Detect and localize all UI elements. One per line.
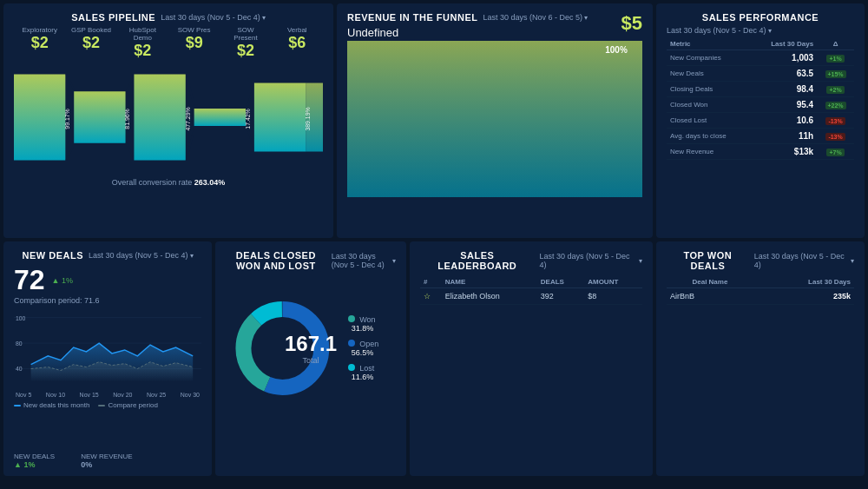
new-deals-title: NEW DEALS (22, 250, 83, 261)
svg-text:100%: 100% (605, 45, 628, 55)
legend-open: Open 56.5% (348, 340, 396, 357)
lb-amount: $8 (584, 288, 642, 305)
legend-dot-grey (98, 405, 105, 406)
stage-exploratory: Exploratory $2 (19, 26, 61, 60)
legend-color-won (348, 315, 355, 322)
topwon-deal-value: 235k (753, 288, 854, 305)
perf-metric: Closed Won (667, 97, 751, 113)
new-deals-chart: 100 80 40 (14, 308, 201, 387)
closed-date-range[interactable]: Last 30 days (Nov 5 - Dec 4) (332, 252, 396, 269)
deals-closed-card: DEALS CLOSED WON AND LOST Last 30 days (… (215, 241, 406, 476)
perf-delta: +2% (817, 82, 854, 97)
revenue-amount: $5 (621, 12, 642, 35)
top-won-deals-card: TOP WON DEALS Last 30 days (Nov 5 - Dec … (656, 241, 865, 476)
legend-compare: Compare period (98, 401, 157, 409)
donut-center: 167.1 Total (285, 332, 337, 365)
svg-text:389.19%: 389.19% (305, 107, 311, 130)
perf-metric: Closing Deals (667, 82, 751, 97)
sales-performance-card: SALES PERFORMANCE Last 30 days (Nov 5 - … (656, 3, 865, 238)
topwon-title: TOP WON DEALS (667, 250, 749, 271)
perf-row: New Companies 1,003 +1% (667, 50, 854, 66)
topwon-deal-name: AirBnB (667, 288, 753, 305)
perf-metric: New Revenue (667, 144, 751, 160)
lb-col-name: NAME (442, 276, 537, 288)
perf-value: 11h (751, 129, 817, 144)
pipeline-funnel-chart: 99.17% 81.96% 477.29% 17.42% 389.19% (14, 65, 323, 169)
perf-row: Avg. days to close 11h -13% (667, 129, 854, 144)
leaderboard-date-range[interactable]: Last 30 days (Nov 5 - Dec 4) (540, 252, 643, 269)
lb-rank: ☆ (420, 288, 442, 305)
stage-hubspot: HubSpot Demo $2 (122, 26, 163, 60)
topwon-row: AirBnB 235k (667, 288, 854, 305)
svg-text:81.96%: 81.96% (125, 109, 131, 129)
svg-text:99.17%: 99.17% (64, 109, 70, 129)
perf-delta: -13% (817, 129, 854, 144)
perf-col-value: Last 30 Days (751, 38, 817, 50)
lb-deals: 392 (537, 288, 584, 305)
new-deals-card: NEW DEALS Last 30 days (Nov 5 - Dec 4) 7… (3, 241, 212, 476)
svg-text:40: 40 (16, 366, 23, 372)
leaderboard-table: # NAME DEALS AMOUNT ☆ Elizabeth Olson 39… (420, 276, 642, 305)
perf-value: 63.5 (751, 66, 817, 82)
topwon-date-range[interactable]: Last 30 days (Nov 5 - Dec 4) (754, 252, 854, 269)
perf-value: $13k (751, 144, 817, 160)
closed-title: DEALS CLOSED WON AND LOST (226, 250, 326, 271)
x-axis: Nov 5Nov 10Nov 15Nov 20Nov 25Nov 30 (14, 392, 201, 398)
perf-row: New Deals 63.5 +15% (667, 66, 854, 82)
legend-new-deals: New deals this month (14, 401, 89, 409)
svg-text:80: 80 (16, 340, 23, 347)
perf-metric: New Deals (667, 66, 751, 82)
chart-legend: New deals this month Compare period (14, 401, 201, 409)
lb-col-deals: DEALS (537, 276, 584, 288)
stage-sow-present: SOW Present $2 (225, 26, 266, 60)
new-deals-badge: ▲ 1% (52, 276, 73, 285)
topwon-table: Deal Name Last 30 Days AirBnB 235k (667, 276, 854, 305)
stage-verbal: Verbal $6 (276, 26, 318, 60)
perf-col-metric: Metric (667, 38, 751, 50)
stage-gsp: GSP Booked $2 (70, 26, 112, 60)
revenue-date-range[interactable]: Last 30 days (Nov 6 - Dec 5) (483, 13, 588, 22)
perf-value: 95.4 (751, 97, 817, 113)
svg-text:17.42%: 17.42% (245, 109, 251, 129)
revenue-funnel-card: REVENUE IN THE FUNNEL Last 30 days (Nov … (337, 3, 653, 238)
legend-color-open (348, 340, 355, 347)
new-deals-value: 72 (14, 264, 45, 296)
new-deals-compare: Comparison period: 71.6 (14, 296, 201, 305)
donut-container: 167.1 Total Won 31.8% Open 56.5% (226, 274, 396, 422)
footer-new-revenue: NEW REVENUE 0% (81, 453, 133, 469)
dashboard: SALES PIPELINE Last 30 days (Nov 5 - Dec… (0, 0, 868, 489)
perf-metric: Closed Lost (667, 113, 751, 129)
performance-title: SALES PERFORMANCE (702, 12, 819, 23)
donut-legend: Won 31.8% Open 56.5% Lost 11.6% (348, 315, 396, 381)
perf-row: New Revenue $13k +7% (667, 144, 854, 160)
perf-row: Closed Lost 10.6 -13% (667, 113, 854, 129)
sales-pipeline-card: SALES PIPELINE Last 30 days (Nov 5 - Dec… (3, 3, 333, 238)
legend-color-lost (348, 364, 355, 371)
perf-delta: -13% (817, 113, 854, 129)
performance-table: Metric Last 30 Days Δ New Companies 1,00… (667, 38, 854, 160)
footer-new-deals: NEW DEALS ▲ 1% (14, 453, 55, 469)
perf-value: 10.6 (751, 113, 817, 129)
perf-delta: +15% (817, 66, 854, 82)
leaderboard-card: SALES LEADERBOARD Last 30 days (Nov 5 - … (410, 241, 653, 476)
perf-delta: +1% (817, 50, 854, 66)
revenue-header: REVENUE IN THE FUNNEL Last 30 days (Nov … (347, 12, 642, 41)
pipeline-date-range[interactable]: Last 30 days (Nov 5 - Dec 4) (161, 13, 266, 22)
lb-col-rank: # (420, 276, 442, 288)
pipeline-stages: Exploratory $2 GSP Booked $2 HubSpot Dem… (14, 26, 323, 60)
svg-text:477.29%: 477.29% (185, 107, 191, 130)
perf-row: Closed Won 95.4 +22% (667, 97, 854, 113)
legend-lost: Lost 11.6% (348, 364, 396, 381)
perf-value: 98.4 (751, 82, 817, 97)
legend-won: Won 31.8% (348, 315, 396, 333)
svg-text:100: 100 (16, 315, 26, 321)
performance-date-range[interactable]: Last 30 days (Nov 5 - Dec 4) (667, 26, 854, 35)
topwon-col-value: Last 30 Days (753, 276, 854, 288)
perf-row: Closing Deals 98.4 +2% (667, 82, 854, 97)
footer-metrics: NEW DEALS ▲ 1% NEW REVENUE 0% (14, 453, 201, 469)
new-deals-date-range[interactable]: Last 30 days (Nov 5 - Dec 4) (89, 251, 194, 260)
perf-delta: +7% (817, 144, 854, 160)
revenue-undefined-label: Undefined (347, 26, 588, 39)
revenue-funnel-svg: 100% (347, 41, 642, 210)
topwon-col-name: Deal Name (667, 276, 753, 288)
